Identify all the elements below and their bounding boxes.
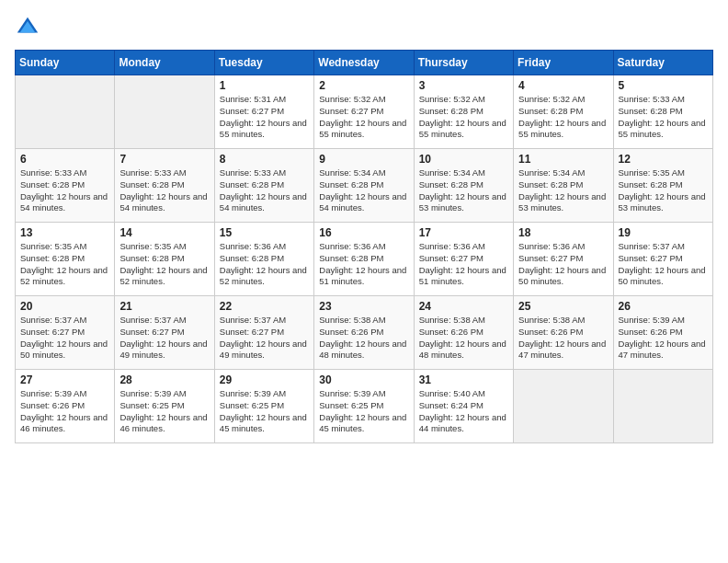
logo (15, 15, 44, 40)
day-number: 22 (220, 300, 309, 313)
day-info: Sunrise: 5:33 AMSunset: 6:28 PMDaylight:… (619, 94, 708, 141)
day-info: Sunrise: 5:32 AMSunset: 6:27 PMDaylight:… (319, 94, 408, 141)
day-number: 11 (518, 153, 608, 166)
day-number: 1 (220, 79, 309, 92)
calendar-day-cell: 3Sunrise: 5:32 AMSunset: 6:28 PMDaylight… (414, 75, 513, 149)
day-info: Sunrise: 5:39 AMSunset: 6:26 PMDaylight:… (20, 388, 109, 435)
day-number: 25 (518, 300, 608, 313)
day-info: Sunrise: 5:34 AMSunset: 6:28 PMDaylight:… (319, 167, 408, 214)
day-number: 13 (20, 226, 109, 239)
day-info: Sunrise: 5:32 AMSunset: 6:28 PMDaylight:… (419, 94, 508, 141)
calendar-day-cell: 10Sunrise: 5:34 AMSunset: 6:28 PMDayligh… (414, 149, 513, 223)
page-header (15, 15, 713, 40)
calendar-day-cell: 1Sunrise: 5:31 AMSunset: 6:27 PMDaylight… (214, 75, 313, 149)
calendar-day-cell: 22Sunrise: 5:37 AMSunset: 6:27 PMDayligh… (214, 296, 313, 370)
calendar-day-cell: 17Sunrise: 5:36 AMSunset: 6:27 PMDayligh… (414, 223, 513, 296)
day-info: Sunrise: 5:37 AMSunset: 6:27 PMDaylight:… (619, 241, 708, 288)
day-number: 5 (619, 79, 708, 92)
day-number: 9 (319, 153, 408, 166)
day-number: 16 (319, 226, 408, 239)
calendar-day-cell: 29Sunrise: 5:39 AMSunset: 6:25 PMDayligh… (214, 370, 313, 443)
calendar-day-cell (115, 75, 214, 149)
day-number: 17 (419, 226, 508, 239)
day-info: Sunrise: 5:31 AMSunset: 6:27 PMDaylight:… (220, 94, 309, 141)
calendar-day-cell: 2Sunrise: 5:32 AMSunset: 6:27 PMDaylight… (314, 75, 414, 149)
calendar-table: SundayMondayTuesdayWednesdayThursdayFrid… (15, 50, 713, 443)
calendar-day-cell: 28Sunrise: 5:39 AMSunset: 6:25 PMDayligh… (115, 370, 214, 443)
day-info: Sunrise: 5:39 AMSunset: 6:25 PMDaylight:… (119, 388, 209, 435)
day-info: Sunrise: 5:39 AMSunset: 6:26 PMDaylight:… (619, 315, 708, 362)
calendar-day-cell: 11Sunrise: 5:34 AMSunset: 6:28 PMDayligh… (514, 149, 613, 223)
calendar-day-cell: 25Sunrise: 5:38 AMSunset: 6:26 PMDayligh… (514, 296, 613, 370)
day-number: 18 (518, 226, 608, 239)
day-info: Sunrise: 5:34 AMSunset: 6:28 PMDaylight:… (419, 167, 508, 214)
calendar-day-cell: 7Sunrise: 5:33 AMSunset: 6:28 PMDaylight… (115, 149, 214, 223)
day-info: Sunrise: 5:38 AMSunset: 6:26 PMDaylight:… (419, 315, 508, 362)
day-number: 10 (419, 153, 508, 166)
day-header: Wednesday (314, 51, 414, 75)
day-info: Sunrise: 5:36 AMSunset: 6:27 PMDaylight:… (518, 241, 608, 288)
day-number: 4 (518, 79, 608, 92)
calendar-week-row: 1Sunrise: 5:31 AMSunset: 6:27 PMDaylight… (16, 75, 713, 149)
calendar-week-row: 27Sunrise: 5:39 AMSunset: 6:26 PMDayligh… (16, 370, 713, 443)
day-info: Sunrise: 5:34 AMSunset: 6:28 PMDaylight:… (518, 167, 608, 214)
calendar-day-cell: 19Sunrise: 5:37 AMSunset: 6:27 PMDayligh… (613, 223, 712, 296)
calendar-day-cell: 12Sunrise: 5:35 AMSunset: 6:28 PMDayligh… (613, 149, 712, 223)
day-number: 23 (319, 300, 408, 313)
day-info: Sunrise: 5:32 AMSunset: 6:28 PMDaylight:… (518, 94, 608, 141)
day-number: 28 (119, 373, 209, 386)
day-number: 15 (220, 226, 309, 239)
day-number: 21 (119, 300, 209, 313)
calendar-day-cell: 26Sunrise: 5:39 AMSunset: 6:26 PMDayligh… (613, 296, 712, 370)
day-info: Sunrise: 5:33 AMSunset: 6:28 PMDaylight:… (20, 167, 109, 214)
calendar-day-cell: 5Sunrise: 5:33 AMSunset: 6:28 PMDaylight… (613, 75, 712, 149)
day-number: 19 (619, 226, 708, 239)
day-info: Sunrise: 5:36 AMSunset: 6:27 PMDaylight:… (419, 241, 508, 288)
day-info: Sunrise: 5:36 AMSunset: 6:28 PMDaylight:… (319, 241, 408, 288)
calendar-day-cell: 13Sunrise: 5:35 AMSunset: 6:28 PMDayligh… (16, 223, 115, 296)
day-header: Sunday (16, 51, 115, 75)
calendar-day-cell (613, 370, 712, 443)
day-number: 14 (119, 226, 209, 239)
calendar-day-cell: 30Sunrise: 5:39 AMSunset: 6:25 PMDayligh… (314, 370, 414, 443)
calendar-day-cell: 16Sunrise: 5:36 AMSunset: 6:28 PMDayligh… (314, 223, 414, 296)
calendar-day-cell (16, 75, 115, 149)
day-info: Sunrise: 5:33 AMSunset: 6:28 PMDaylight:… (220, 167, 309, 214)
day-number: 8 (220, 153, 309, 166)
day-info: Sunrise: 5:39 AMSunset: 6:25 PMDaylight:… (319, 388, 408, 435)
day-number: 20 (20, 300, 109, 313)
day-info: Sunrise: 5:38 AMSunset: 6:26 PMDaylight:… (518, 315, 608, 362)
day-number: 30 (319, 373, 408, 386)
calendar-day-cell: 27Sunrise: 5:39 AMSunset: 6:26 PMDayligh… (16, 370, 115, 443)
day-info: Sunrise: 5:37 AMSunset: 6:27 PMDaylight:… (20, 315, 109, 362)
day-info: Sunrise: 5:35 AMSunset: 6:28 PMDaylight:… (119, 241, 209, 288)
day-info: Sunrise: 5:39 AMSunset: 6:25 PMDaylight:… (220, 388, 309, 435)
day-number: 6 (20, 153, 109, 166)
calendar-day-cell: 15Sunrise: 5:36 AMSunset: 6:28 PMDayligh… (214, 223, 313, 296)
calendar-day-cell: 23Sunrise: 5:38 AMSunset: 6:26 PMDayligh… (314, 296, 414, 370)
calendar-day-cell: 6Sunrise: 5:33 AMSunset: 6:28 PMDaylight… (16, 149, 115, 223)
calendar-day-cell: 8Sunrise: 5:33 AMSunset: 6:28 PMDaylight… (214, 149, 313, 223)
day-number: 26 (619, 300, 708, 313)
day-info: Sunrise: 5:37 AMSunset: 6:27 PMDaylight:… (119, 315, 209, 362)
day-info: Sunrise: 5:33 AMSunset: 6:28 PMDaylight:… (119, 167, 209, 214)
day-info: Sunrise: 5:38 AMSunset: 6:26 PMDaylight:… (319, 315, 408, 362)
day-header: Monday (115, 51, 214, 75)
calendar-week-row: 20Sunrise: 5:37 AMSunset: 6:27 PMDayligh… (16, 296, 713, 370)
calendar-day-cell: 9Sunrise: 5:34 AMSunset: 6:28 PMDaylight… (314, 149, 414, 223)
calendar-day-cell: 18Sunrise: 5:36 AMSunset: 6:27 PMDayligh… (514, 223, 613, 296)
calendar-day-cell: 21Sunrise: 5:37 AMSunset: 6:27 PMDayligh… (115, 296, 214, 370)
day-number: 31 (419, 373, 508, 386)
calendar-day-cell: 14Sunrise: 5:35 AMSunset: 6:28 PMDayligh… (115, 223, 214, 296)
day-info: Sunrise: 5:36 AMSunset: 6:28 PMDaylight:… (220, 241, 309, 288)
day-info: Sunrise: 5:37 AMSunset: 6:27 PMDaylight:… (220, 315, 309, 362)
calendar-header-row: SundayMondayTuesdayWednesdayThursdayFrid… (16, 51, 713, 75)
day-header: Thursday (414, 51, 513, 75)
day-number: 12 (619, 153, 708, 166)
day-info: Sunrise: 5:35 AMSunset: 6:28 PMDaylight:… (619, 167, 708, 214)
logo-icon (15, 15, 40, 40)
day-number: 2 (319, 79, 408, 92)
calendar-day-cell: 24Sunrise: 5:38 AMSunset: 6:26 PMDayligh… (414, 296, 513, 370)
day-number: 27 (20, 373, 109, 386)
calendar-day-cell: 31Sunrise: 5:40 AMSunset: 6:24 PMDayligh… (414, 370, 513, 443)
